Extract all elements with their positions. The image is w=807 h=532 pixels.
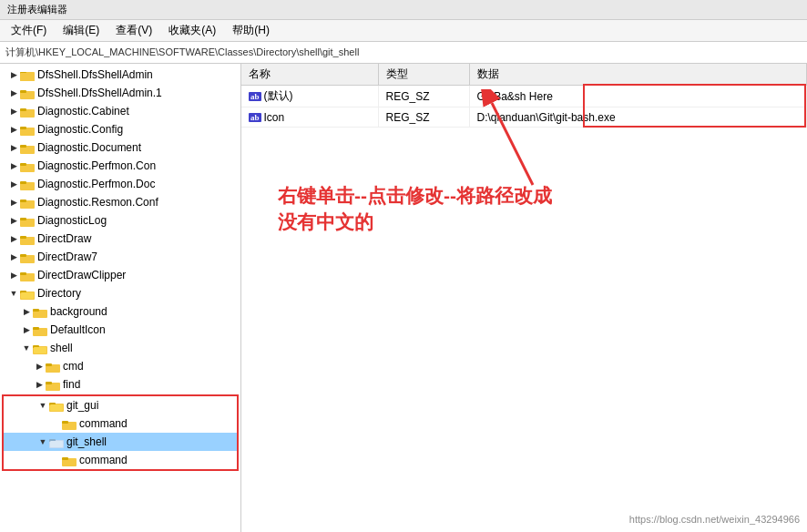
- svg-rect-46: [50, 441, 63, 447]
- folder-icon: [62, 454, 77, 466]
- tree-panel[interactable]: ▶ DfsShell.DfsShellAdmin ▶ DfsShell.DfsS…: [0, 64, 241, 532]
- col-header-data: 数据: [469, 64, 807, 86]
- tree-item-dfsshell1[interactable]: ▶ DfsShell.DfsShellAdmin: [0, 66, 240, 84]
- folder-icon: [20, 196, 35, 209]
- address-bar: 计算机\HKEY_LOCAL_MACHINE\SOFTWARE\Classes\…: [0, 42, 807, 64]
- menu-favorites[interactable]: 收藏夹(A): [161, 21, 223, 40]
- tree-label: command: [79, 417, 128, 430]
- expand-arrow[interactable]: ▶: [7, 251, 20, 263]
- tree-item-git-shell-command[interactable]: command: [4, 451, 237, 469]
- tree-item-git-gui[interactable]: ▼ git_gui: [4, 396, 237, 414]
- expand-arrow[interactable]: ▼: [7, 287, 20, 300]
- tree-item-diagnostic-document[interactable]: ▶ Diagnostic.Document: [0, 138, 240, 157]
- tree-item-diagnostic-perfmon1[interactable]: ▶ Diagnostic.Perfmon.Con: [0, 157, 240, 175]
- tree-label: DefaultIcon: [50, 323, 106, 336]
- svg-rect-10: [20, 145, 26, 148]
- registry-row-default[interactable]: ab (默认) REG_SZ Git Ba&sh Here: [241, 86, 807, 107]
- tree-item-dfsshell2[interactable]: ▶ DfsShell.DfsShellAdmin.1: [0, 84, 240, 102]
- svg-rect-18: [20, 218, 26, 220]
- expand-arrow[interactable]: ▶: [7, 196, 20, 209]
- reg-name-value: (默认): [264, 88, 293, 104]
- svg-rect-36: [46, 363, 52, 366]
- tree-item-diagnostic-config[interactable]: ▶ Diagnostic.Config: [0, 120, 240, 138]
- folder-icon: [46, 378, 60, 391]
- expand-arrow[interactable]: ▶: [7, 87, 20, 99]
- tree-item-shell[interactable]: ▼ shell: [0, 339, 240, 357]
- folder-icon: [20, 178, 35, 190]
- expand-arrow[interactable]: ▶: [20, 323, 33, 336]
- registry-table: 名称 类型 数据 ab (默认) REG_SZ: [241, 64, 807, 128]
- folder-icon-open: [33, 342, 47, 354]
- svg-rect-6: [20, 108, 26, 111]
- tree-label: git_gui: [66, 399, 98, 412]
- tree-label: DfsShell.DfsShellAdmin: [37, 68, 153, 81]
- annotation-line1: 右键单击--点击修改--将路径改成: [278, 182, 552, 209]
- folder-icon: [20, 214, 35, 227]
- tree-label: Diagnostic.Perfmon.Doc: [37, 178, 155, 190]
- menu-file[interactable]: 文件(F): [4, 21, 54, 40]
- menu-edit[interactable]: 编辑(E): [56, 21, 107, 40]
- folder-icon-open: [49, 399, 64, 412]
- tree-item-git-shell[interactable]: ▼ git_shell: [4, 433, 237, 451]
- annotation-line2: 没有中文的: [278, 209, 552, 235]
- tree-label: DiagnosticLog: [37, 214, 107, 227]
- svg-rect-8: [20, 127, 26, 129]
- expand-arrow[interactable]: ▼: [36, 399, 49, 412]
- folder-icon: [62, 417, 77, 430]
- expand-arrow[interactable]: ▶: [7, 105, 20, 118]
- tree-item-diagnostic-resmon[interactable]: ▶ Diagnostic.Resmon.Conf: [0, 193, 240, 211]
- reg-name-value: Icon: [264, 111, 285, 124]
- tree-item-git-gui-command[interactable]: command: [4, 414, 237, 433]
- reg-name-cell: ab Icon: [241, 107, 378, 128]
- tree-label: Diagnostic.Perfmon.Con: [37, 159, 156, 172]
- tree-item-diagnostic-cabinet[interactable]: ▶ Diagnostic.Cabinet: [0, 102, 240, 120]
- tree-item-background[interactable]: ▶ background: [0, 302, 240, 321]
- tree-item-directdrawclipper[interactable]: ▶ DirectDrawClipper: [0, 266, 240, 284]
- expand-arrow[interactable]: ▶: [7, 159, 20, 172]
- tree-label: background: [50, 305, 107, 318]
- svg-rect-29: [33, 309, 39, 312]
- expand-arrow[interactable]: ▶: [7, 269, 20, 281]
- expand-arrow[interactable]: ▼: [20, 342, 33, 354]
- expand-arrow[interactable]: ▶: [33, 378, 46, 391]
- menu-view[interactable]: 查看(V): [108, 21, 159, 40]
- tree-item-directdraw[interactable]: ▶ DirectDraw: [0, 230, 240, 248]
- col-header-type: 类型: [378, 64, 469, 86]
- tree-item-find[interactable]: ▶ find: [0, 375, 240, 394]
- folder-icon: [20, 232, 35, 245]
- tree-label: DirectDraw: [37, 232, 91, 245]
- folder-icon-open: [20, 287, 35, 300]
- menu-help[interactable]: 帮助(H): [225, 21, 277, 40]
- tree-item-diagnosticlog[interactable]: ▶ DiagnosticLog: [0, 211, 240, 230]
- folder-icon: [20, 251, 35, 263]
- registry-row-icon[interactable]: ab Icon REG_SZ D:\qianduan\Git\git-bash.…: [241, 107, 807, 128]
- tree-item-directdraw7[interactable]: ▶ DirectDraw7: [0, 248, 240, 266]
- tree-item-defaulticon[interactable]: ▶ DefaultIcon: [0, 321, 240, 339]
- expand-arrow[interactable]: ▼: [36, 435, 49, 448]
- reg-name-cell: ab (默认): [241, 86, 378, 107]
- expand-arrow[interactable]: ▶: [7, 214, 20, 227]
- svg-rect-2: [20, 73, 35, 81]
- svg-rect-4: [20, 90, 26, 93]
- expand-arrow[interactable]: ▶: [7, 123, 20, 136]
- tree-label: Diagnostic.Cabinet: [37, 105, 129, 118]
- tree-label: Diagnostic.Resmon.Conf: [37, 196, 158, 209]
- svg-rect-38: [46, 382, 52, 384]
- expand-arrow[interactable]: ▶: [7, 68, 20, 81]
- title-text: 注册表编辑器: [7, 3, 67, 16]
- reg-type-cell: REG_SZ: [378, 86, 469, 107]
- chinese-annotation: 右键单击--点击修改--将路径改成 没有中文的: [278, 182, 552, 236]
- svg-rect-48: [62, 457, 68, 460]
- tree-item-directory[interactable]: ▼ Directory: [0, 284, 240, 302]
- tree-item-diagnostic-perfmon2[interactable]: ▶ Diagnostic.Perfmon.Doc: [0, 175, 240, 193]
- tree-item-cmd[interactable]: ▶ cmd: [0, 357, 240, 375]
- expand-arrow[interactable]: ▶: [20, 305, 33, 318]
- svg-rect-31: [33, 327, 39, 330]
- tree-label: command: [79, 454, 128, 466]
- address-path: 计算机\HKEY_LOCAL_MACHINE\SOFTWARE\Classes\…: [5, 46, 359, 59]
- menu-bar: 文件(F) 编辑(E) 查看(V) 收藏夹(A) 帮助(H): [0, 20, 807, 42]
- expand-arrow[interactable]: ▶: [7, 178, 20, 190]
- expand-arrow[interactable]: ▶: [7, 141, 20, 154]
- expand-arrow[interactable]: ▶: [7, 232, 20, 245]
- expand-arrow[interactable]: ▶: [33, 360, 46, 373]
